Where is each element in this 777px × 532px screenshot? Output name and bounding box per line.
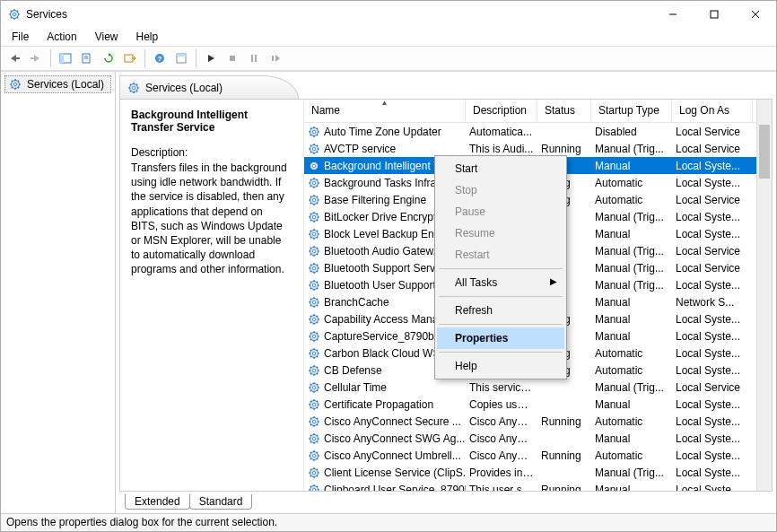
ctx-refresh[interactable]: Refresh <box>437 300 564 321</box>
gear-icon <box>308 347 320 360</box>
menu-help[interactable]: Help <box>129 29 166 45</box>
tab-standard[interactable]: Standard <box>189 494 253 510</box>
service-name-cell: Cisco AnyConnect Secure ... <box>324 415 461 428</box>
service-startup-cell: Manual (Trig... <box>591 381 672 394</box>
service-name-cell: Block Level Backup Eng... <box>324 228 449 240</box>
col-startup[interactable]: Startup Type <box>591 100 672 122</box>
service-name-cell: Client License Service (ClipS... <box>324 467 466 479</box>
menu-view[interactable]: View <box>88 29 126 45</box>
service-status-cell: Running <box>537 449 591 462</box>
service-logon-cell: Local Syste... <box>672 364 753 377</box>
gear-icon <box>308 364 320 377</box>
service-startup-cell: Manual <box>591 160 672 172</box>
service-logon-cell: Local Syste... <box>672 415 753 428</box>
service-startup-cell: Manual (Trig... <box>591 143 672 155</box>
services-list[interactable]: Name ▲ Description Status Startup Type L… <box>303 100 772 491</box>
help-button[interactable]: ? <box>150 48 170 68</box>
ctx-start[interactable]: Start <box>437 158 564 179</box>
service-name-cell: Certificate Propagation <box>324 398 433 411</box>
ctx-pause[interactable]: Pause <box>437 201 564 222</box>
service-desc-cell: Copies user ... <box>466 398 537 411</box>
svg-rect-11 <box>711 11 718 18</box>
service-logon-cell: Local Service <box>672 245 753 257</box>
service-logon-cell: Local Syste... <box>672 398 753 411</box>
service-name-cell: Bluetooth User Support... <box>324 279 445 292</box>
table-row[interactable]: Certificate PropagationCopies user ...Ma… <box>304 396 772 413</box>
table-row[interactable]: Cellular TimeThis service ...Manual (Tri… <box>304 379 772 396</box>
col-status[interactable]: Status <box>537 100 591 122</box>
ctx-resume[interactable]: Resume <box>437 222 564 244</box>
start-service-button[interactable] <box>201 48 221 68</box>
tree-node-services-local[interactable]: Services (Local) <box>4 75 111 93</box>
show-hide-tree-button[interactable] <box>56 48 75 68</box>
forward-button[interactable] <box>26 48 46 68</box>
table-row[interactable]: Auto Time Zone UpdaterAutomatica...Disab… <box>304 123 772 140</box>
service-name-cell: BitLocker Drive Encrypti... <box>324 211 448 223</box>
col-logon[interactable]: Log On As <box>672 100 753 122</box>
service-startup-cell: Manual (Trig... <box>591 211 672 223</box>
service-startup-cell: Automatic <box>591 415 672 428</box>
menu-file[interactable]: File <box>4 29 36 45</box>
table-row[interactable]: Client License Service (ClipS...Provides… <box>304 464 772 481</box>
service-desc-cell: Cisco AnyC... <box>466 449 537 462</box>
service-name-cell: Clipboard User Service_8790b <box>324 484 466 492</box>
service-startup-cell: Manual (Trig... <box>591 245 672 257</box>
ctx-properties[interactable]: Properties <box>437 327 564 349</box>
ctx-all-tasks[interactable]: All Tasks▶ <box>437 272 564 293</box>
gear-icon <box>308 160 320 172</box>
service-logon-cell: Local Syste... <box>672 484 753 492</box>
maximize-button[interactable] <box>694 1 735 28</box>
service-startup-cell: Manual <box>591 330 672 343</box>
tree-node-label: Services (Local) <box>27 78 104 91</box>
pause-service-button[interactable] <box>244 48 264 68</box>
svg-rect-17 <box>60 54 64 63</box>
service-name-cell: AVCTP service <box>324 143 396 155</box>
svg-rect-26 <box>230 56 235 61</box>
gear-icon <box>308 449 320 462</box>
table-row[interactable]: Cisco AnyConnect Secure ...Cisco AnyC...… <box>304 413 772 430</box>
close-button[interactable] <box>735 1 776 28</box>
description-label: Description: <box>131 146 292 159</box>
service-startup-cell: Manual (Trig... <box>591 262 672 275</box>
restart-service-button[interactable] <box>266 48 285 68</box>
ctx-help[interactable]: Help <box>437 355 564 377</box>
service-desc-cell: Automatica... <box>466 126 537 138</box>
back-button[interactable] <box>4 48 24 68</box>
service-startup-cell: Manual <box>591 313 672 326</box>
col-description[interactable]: Description <box>466 100 537 122</box>
refresh-button[interactable] <box>99 48 118 68</box>
menu-action[interactable]: Action <box>39 29 83 45</box>
list-header[interactable]: Name ▲ Description Status Startup Type L… <box>304 100 772 123</box>
minimize-button[interactable] <box>652 1 694 28</box>
stop-service-button[interactable] <box>223 48 242 68</box>
pane-header: Services (Local) <box>119 75 299 99</box>
service-desc-cell: Provides inf... <box>466 467 537 479</box>
service-startup-cell: Manual <box>591 398 672 411</box>
ctx-stop[interactable]: Stop <box>437 179 564 201</box>
service-name-cell: Bluetooth Support Servi... <box>324 262 447 275</box>
col-name[interactable]: Name ▲ <box>304 100 466 122</box>
service-startup-cell: Automatic <box>591 449 672 462</box>
table-row[interactable]: Cisco AnyConnect SWG Ag...Cisco AnyC...M… <box>304 430 772 447</box>
ctx-restart[interactable]: Restart <box>437 244 564 266</box>
titlebar[interactable]: Services <box>1 1 776 28</box>
service-name-cell: Cisco AnyConnect Umbrell... <box>324 449 461 462</box>
service-name-cell: Base Filtering Engine <box>324 194 426 206</box>
vertical-scrollbar[interactable] <box>756 100 772 491</box>
properties-button[interactable] <box>171 48 191 68</box>
console-tree[interactable]: Services (Local) <box>1 72 116 513</box>
menubar: File Action View Help <box>1 28 776 46</box>
table-row[interactable]: Clipboard User Service_8790bThis user se… <box>304 481 772 491</box>
service-desc-cell: Cisco AnyC... <box>466 432 537 445</box>
table-row[interactable]: Cisco AnyConnect Umbrell...Cisco AnyC...… <box>304 447 772 464</box>
service-startup-cell: Automatic <box>591 194 672 206</box>
export-list-button[interactable] <box>120 48 140 68</box>
gear-icon <box>308 398 320 411</box>
status-bar: Opens the properties dialog box for the … <box>1 513 776 531</box>
service-logon-cell: Local Syste... <box>672 228 753 240</box>
service-logon-cell: Local Syste... <box>672 432 753 445</box>
export-button[interactable] <box>77 48 97 68</box>
scrollbar-thumb[interactable] <box>759 125 770 179</box>
service-logon-cell: Local Service <box>672 194 753 206</box>
tab-extended[interactable]: Extended <box>125 494 190 510</box>
